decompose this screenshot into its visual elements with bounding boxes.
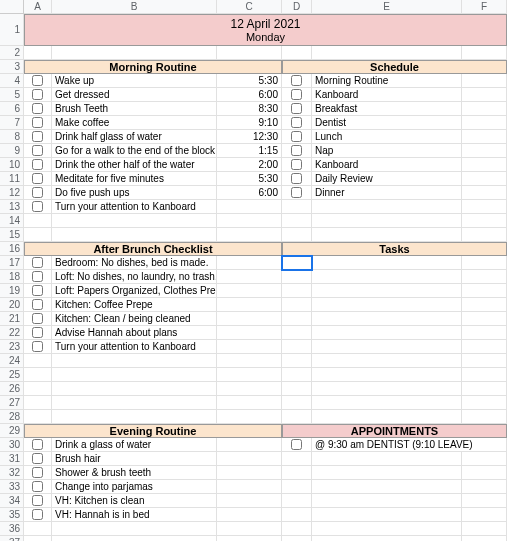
checkbox-morning[interactable] (24, 88, 52, 102)
cell[interactable] (52, 410, 217, 424)
checkbox-appointment[interactable] (282, 438, 312, 452)
cell[interactable] (462, 466, 507, 480)
row-header-23[interactable]: 23 (0, 340, 24, 354)
cell[interactable] (282, 354, 312, 368)
cell[interactable] (462, 326, 507, 340)
morning-time[interactable]: 5:30 (217, 74, 282, 88)
cell[interactable] (52, 522, 217, 536)
checkbox-afterbrunch[interactable] (24, 298, 52, 312)
checkbox-morning[interactable] (24, 102, 52, 116)
cell[interactable] (462, 536, 507, 541)
cell[interactable] (217, 438, 282, 452)
checkbox-input[interactable] (32, 201, 43, 212)
cell[interactable] (217, 396, 282, 410)
cell[interactable] (462, 452, 507, 466)
cell[interactable] (462, 172, 507, 186)
checkbox-input[interactable] (32, 117, 43, 128)
row-header-1[interactable]: 1 (0, 14, 24, 46)
row-header-5[interactable]: 5 (0, 88, 24, 102)
cell[interactable] (462, 158, 507, 172)
checkbox-input[interactable] (32, 89, 43, 100)
checkbox-afterbrunch[interactable] (24, 340, 52, 354)
morning-item[interactable]: Make coffee (52, 116, 217, 130)
cell[interactable] (217, 312, 282, 326)
cell[interactable] (282, 46, 312, 60)
afterbrunch-item[interactable]: Loft: No dishes, no laundry, no trash. (52, 270, 217, 284)
checkbox-input[interactable] (32, 187, 43, 198)
row-header-28[interactable]: 28 (0, 410, 24, 424)
cell[interactable] (217, 256, 282, 270)
cell[interactable] (217, 508, 282, 522)
checkbox-input[interactable] (32, 467, 43, 478)
cell[interactable] (282, 298, 312, 312)
row-header-27[interactable]: 27 (0, 396, 24, 410)
cell[interactable] (217, 326, 282, 340)
cell[interactable] (462, 200, 507, 214)
cell[interactable] (282, 494, 312, 508)
morning-item[interactable]: Drink half glass of water (52, 130, 217, 144)
cell[interactable] (52, 214, 217, 228)
checkbox-evening[interactable] (24, 452, 52, 466)
row-header-29[interactable]: 29 (0, 424, 24, 438)
cell[interactable] (312, 536, 462, 541)
morning-item[interactable]: Wake up (52, 74, 217, 88)
afterbrunch-item[interactable]: Advise Hannah about plans (52, 326, 217, 340)
row-header-13[interactable]: 13 (0, 200, 24, 214)
morning-time[interactable]: 2:00 (217, 158, 282, 172)
row-header-7[interactable]: 7 (0, 116, 24, 130)
checkbox-input[interactable] (32, 285, 43, 296)
cell[interactable] (217, 214, 282, 228)
row-header-19[interactable]: 19 (0, 284, 24, 298)
checkbox-evening[interactable] (24, 480, 52, 494)
cell[interactable] (217, 340, 282, 354)
schedule-item[interactable]: Dinner (312, 186, 462, 200)
cell[interactable] (217, 46, 282, 60)
cell[interactable] (462, 396, 507, 410)
cell[interactable] (462, 46, 507, 60)
row-header-31[interactable]: 31 (0, 452, 24, 466)
row-header-14[interactable]: 14 (0, 214, 24, 228)
morning-time[interactable]: 8:30 (217, 102, 282, 116)
checkbox-input[interactable] (32, 75, 43, 86)
row-header-18[interactable]: 18 (0, 270, 24, 284)
row-header-17[interactable]: 17 (0, 256, 24, 270)
evening-item[interactable]: Shower & brush teeth (52, 466, 217, 480)
row-header-10[interactable]: 10 (0, 158, 24, 172)
cell[interactable] (52, 382, 217, 396)
schedule-item[interactable]: Lunch (312, 130, 462, 144)
cell[interactable] (217, 298, 282, 312)
evening-item[interactable]: VH: Hannah is in bed (52, 508, 217, 522)
checkbox-afterbrunch[interactable] (24, 326, 52, 340)
row-header-34[interactable]: 34 (0, 494, 24, 508)
cell[interactable] (312, 270, 462, 284)
cell[interactable] (282, 522, 312, 536)
evening-item[interactable]: Drink a glass of water (52, 438, 217, 452)
cell[interactable] (462, 410, 507, 424)
afterbrunch-item[interactable]: Turn your attention to Kanboard (52, 340, 217, 354)
row-header-4[interactable]: 4 (0, 74, 24, 88)
checkbox-input[interactable] (291, 159, 302, 170)
checkbox-schedule[interactable] (282, 130, 312, 144)
cell[interactable] (462, 144, 507, 158)
morning-time[interactable]: 1:15 (217, 144, 282, 158)
cell[interactable] (282, 508, 312, 522)
checkbox-input[interactable] (291, 89, 302, 100)
cell[interactable] (24, 228, 52, 242)
col-header-C[interactable]: C (217, 0, 282, 14)
checkbox-afterbrunch[interactable] (24, 256, 52, 270)
cell[interactable] (282, 214, 312, 228)
checkbox-input[interactable] (32, 159, 43, 170)
cell[interactable] (282, 368, 312, 382)
checkbox-input[interactable] (291, 117, 302, 128)
row-header-15[interactable]: 15 (0, 228, 24, 242)
checkbox-morning[interactable] (24, 172, 52, 186)
evening-item[interactable]: Change into parjamas (52, 480, 217, 494)
cell[interactable] (282, 536, 312, 541)
cell[interactable] (462, 340, 507, 354)
cell[interactable] (24, 410, 52, 424)
cell[interactable] (217, 368, 282, 382)
cell[interactable] (462, 480, 507, 494)
checkbox-morning[interactable] (24, 186, 52, 200)
cell[interactable] (462, 256, 507, 270)
evening-item[interactable]: Brush hair (52, 452, 217, 466)
